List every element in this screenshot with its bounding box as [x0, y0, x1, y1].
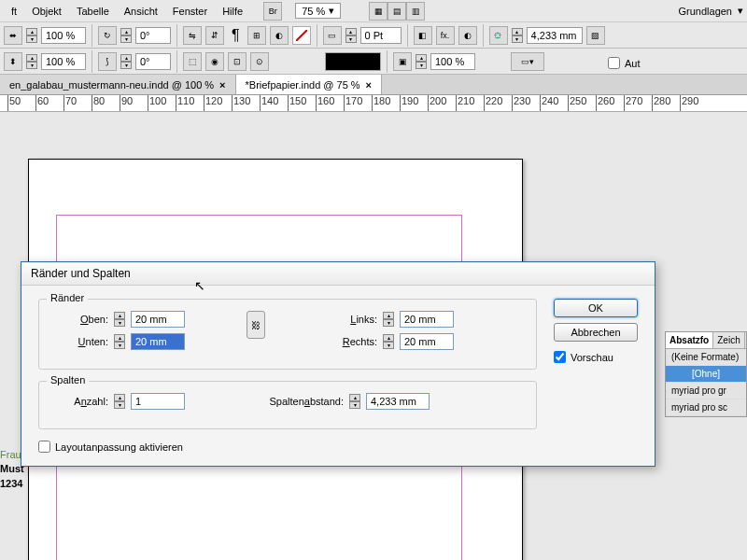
ok-button[interactable]: OK [554, 299, 638, 317]
tab-briefpapier[interactable]: *Briefpapier.indd @ 75 % × [236, 75, 383, 94]
scale-y-spinner[interactable]: ▴▾ [26, 54, 37, 69]
chevron-down-icon: ▾ [329, 5, 334, 17]
menu-ft[interactable]: ft [4, 3, 24, 20]
view-mode-icon-1[interactable]: ▦ [369, 2, 388, 21]
zoom-level[interactable]: 75 %▾ [295, 3, 341, 19]
shear-icon: ⟆ [98, 52, 117, 71]
select-content-icon[interactable]: ◉ [205, 52, 224, 71]
paragraph-icon: ¶ [228, 27, 244, 44]
style-myriad-sc[interactable]: myriad pro sc [666, 399, 746, 416]
crop-icon[interactable]: ⯐ [489, 26, 508, 45]
document-tabs: en_galabau_mustermann-neu.indd @ 100 % ×… [0, 75, 747, 95]
margins-group: Ränder Oben: ▴▾ Unten: ▴▾ [38, 299, 537, 370]
layout-adjust-checkbox[interactable]: Layoutanpassung aktivieren [38, 441, 537, 453]
mm-spinner[interactable]: ▴▾ [512, 28, 523, 43]
rechts-input[interactable] [400, 333, 454, 350]
wrap-icon[interactable]: ▣ [393, 52, 412, 71]
tab-zeichenformate[interactable]: Zeich [713, 332, 744, 348]
rotate-input[interactable] [135, 27, 171, 44]
control-panel-row2: ⬍ ▴▾ ⟆ ▴▾ ⬚ ◉ ⊡ ⊙ ▣ ▴▾ ▭▾ Aut [0, 49, 747, 75]
preview-checkbox[interactable]: Vorschau [554, 351, 638, 363]
stroke-spinner[interactable]: ▴▾ [345, 28, 357, 43]
group-label: Ränder [47, 292, 88, 303]
link-margins-icon[interactable]: ⛓ [247, 311, 265, 339]
columns-group: Spalten Anzahl: ▴▾ Spaltenabstand: ▴▾ [38, 381, 537, 429]
tab-label: en_galabau_mustermann-neu.indd @ 100 % [9, 79, 214, 91]
label-abstand: Spaltenabstand: [241, 396, 344, 407]
flip-v-icon[interactable]: ⇵ [205, 26, 224, 45]
workspace-switcher[interactable]: Grundlagen [679, 6, 733, 17]
group-label: Spalten [47, 374, 89, 385]
corner-icon[interactable]: ▧ [586, 26, 605, 45]
links-input[interactable] [400, 311, 454, 328]
cancel-button[interactable]: Abbrechen [554, 323, 638, 342]
center-icon[interactable]: ⊙ [250, 52, 269, 71]
label-oben: Oben: [52, 314, 108, 325]
menu-fenster[interactable]: Fenster [165, 3, 215, 20]
chevron-down-icon: ▾ [738, 5, 743, 17]
anzahl-input[interactable] [131, 393, 185, 410]
tab-mustermann[interactable]: en_galabau_mustermann-neu.indd @ 100 % × [0, 75, 236, 94]
abstand-spinner[interactable]: ▴▾ [349, 394, 360, 409]
label-rechts: Rechts: [321, 336, 377, 347]
svg-line-0 [296, 30, 307, 41]
scale-x-input[interactable] [41, 27, 86, 44]
menu-objekt[interactable]: Objekt [24, 3, 69, 20]
close-icon[interactable]: × [219, 79, 225, 91]
fill-swatch-icon[interactable]: ◧ [414, 26, 432, 45]
effects-icon[interactable]: ◐ [270, 26, 289, 45]
menu-ansicht[interactable]: Ansicht [117, 3, 165, 20]
abstand-input[interactable] [366, 393, 430, 410]
shear-input[interactable] [135, 53, 171, 70]
fx-icon[interactable]: fx. [436, 26, 455, 45]
style-none[interactable]: (Keine Formate) [666, 349, 746, 366]
rechts-spinner[interactable]: ▴▾ [383, 334, 394, 349]
bridge-icon[interactable]: Br [263, 2, 282, 21]
view-mode-icon-3[interactable]: ▥ [406, 2, 425, 21]
dialog-buttons: OK Abbrechen Vorschau [554, 299, 638, 453]
menu-tabelle[interactable]: Tabelle [69, 3, 117, 20]
select-container-icon[interactable]: ⬚ [183, 52, 202, 71]
auto-checkbox[interactable]: Aut [608, 57, 641, 69]
stroke-style-dropdown[interactable] [325, 52, 381, 71]
margins-columns-dialog: Ränder und Spalten Ränder Oben: ▴▾ Unten… [21, 261, 655, 467]
object-style-dropdown[interactable]: ▭▾ [511, 52, 544, 71]
flip-h-icon[interactable]: ⇋ [183, 26, 202, 45]
unten-input[interactable] [131, 333, 185, 350]
anzahl-spinner[interactable]: ▴▾ [114, 394, 125, 409]
menu-bar: ft Objekt Tabelle Ansicht Fenster Hilfe … [0, 0, 747, 22]
unten-spinner[interactable]: ▴▾ [114, 334, 125, 349]
pct-spinner[interactable]: ▴▾ [416, 54, 427, 69]
mm-input[interactable] [527, 27, 583, 44]
scale-y-icon: ⬍ [4, 52, 22, 71]
control-panel-row1: ⬌ ▴▾ ↻ ▴▾ ⇋ ⇵ ¶ ⊞ ◐ ▭ ▴▾ ◧ fx. ◐ ⯐ ▴▾ ▧ [0, 22, 747, 49]
fit-icon[interactable]: ⊡ [228, 52, 247, 71]
menu-hilfe[interactable]: Hilfe [215, 3, 250, 20]
scale-y-input[interactable] [41, 53, 86, 70]
horizontal-ruler[interactable]: 5060708090100110120130140150160170180190… [0, 95, 747, 112]
scale-x-spinner[interactable]: ▴▾ [26, 28, 37, 43]
opacity-icon[interactable]: ◐ [458, 26, 477, 45]
pct-input[interactable] [430, 53, 475, 70]
align-icon[interactable]: ⊞ [247, 26, 266, 45]
label-unten: Unten: [52, 336, 108, 347]
links-spinner[interactable]: ▴▾ [383, 312, 394, 327]
stroke-input[interactable] [360, 27, 402, 44]
shear-spinner[interactable]: ▴▾ [120, 54, 132, 69]
stroke-icon: ▭ [323, 26, 342, 45]
scale-x-icon: ⬌ [4, 26, 22, 45]
view-mode-icon-2[interactable]: ▤ [388, 2, 406, 21]
oben-spinner[interactable]: ▴▾ [114, 312, 125, 327]
label-links: Links: [321, 314, 377, 325]
label-anzahl: Anzahl: [52, 396, 108, 407]
tab-label: *Briefpapier.indd @ 75 % [246, 79, 360, 91]
paragraph-styles-panel: Absatzfo Zeich (Keine Formate) [Ohne] my… [665, 331, 747, 417]
dialog-title: Ränder und Spalten [21, 262, 655, 286]
no-fill-icon[interactable] [292, 26, 311, 45]
tab-absatzformate[interactable]: Absatzfo [666, 332, 713, 348]
close-icon[interactable]: × [366, 79, 372, 91]
oben-input[interactable] [131, 311, 185, 328]
style-myriad-gr[interactable]: myriad pro gr [666, 383, 746, 399]
rotate-spinner[interactable]: ▴▾ [120, 28, 132, 43]
style-ohne[interactable]: [Ohne] [666, 366, 746, 383]
